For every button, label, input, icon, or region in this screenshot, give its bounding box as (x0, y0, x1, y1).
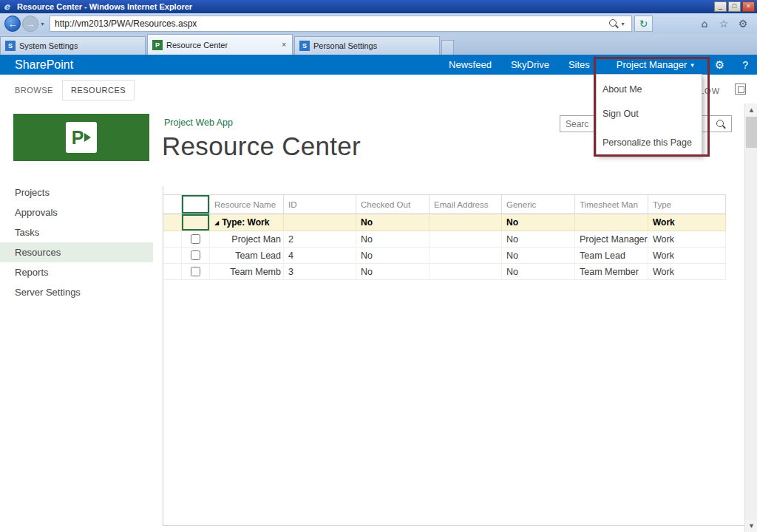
new-tab-button[interactable] (441, 40, 454, 55)
cell-checked-out: No (356, 248, 430, 264)
address-bar: ← → ▾ http://vm2013/PWA/Resources.aspx ▾… (0, 13, 757, 34)
tab-label: Resource Center (166, 41, 228, 50)
home-icon[interactable]: ⌂ (698, 18, 711, 30)
cell-resource-name[interactable]: Team Memb (210, 264, 284, 280)
sidebar-item-projects[interactable]: Projects (0, 183, 153, 202)
ribbon-tab-resources[interactable]: RESOURCES (62, 80, 135, 100)
sidebar-item-tasks[interactable]: Tasks (0, 222, 153, 242)
focus-on-content-icon[interactable] (735, 83, 746, 95)
window-title: Resource Center - Windows Internet Explo… (17, 2, 713, 11)
table-row[interactable]: Team Memb 3 No No Team Member Work (163, 264, 726, 280)
col-header-email[interactable]: Email Address (430, 195, 502, 214)
cell-email (430, 231, 502, 248)
cell-resource-name[interactable]: Project Man (210, 231, 284, 248)
sharepoint-site-icon: S (5, 41, 16, 51)
table-row[interactable]: Team Lead 4 No No Team Lead Work (163, 248, 726, 264)
vertical-scrollbar[interactable]: ▲ ▼ (744, 103, 757, 532)
project-logo-arrow-icon (84, 133, 91, 142)
chevron-down-icon: ▾ (690, 61, 694, 69)
user-dropdown-menu: About Me Sign Out Personalize this Page (596, 74, 702, 156)
search-dropdown-icon[interactable]: ▾ (619, 21, 627, 27)
menu-item-sign-out[interactable]: Sign Out (602, 109, 639, 119)
tab-label: System Settings (19, 41, 78, 50)
user-menu-label: Project Manager (617, 59, 687, 70)
col-header-id[interactable]: ID (284, 195, 356, 214)
tab-system-settings[interactable]: S System Settings (0, 36, 146, 55)
newsfeed-link[interactable]: Newsfeed (449, 59, 492, 70)
history-dropdown-icon[interactable]: ▾ (38, 21, 47, 27)
menu-item-about-me[interactable]: About Me (602, 84, 642, 95)
tools-gear-icon[interactable]: ⚙ (736, 18, 750, 30)
cell-timesheet-manager: Team Member (575, 264, 648, 280)
group-cell-id (284, 214, 356, 231)
group-select-cell[interactable] (182, 214, 210, 231)
cell-id: 2 (284, 231, 356, 248)
user-menu-button[interactable]: Project Manager ▾ (617, 59, 694, 70)
refresh-button[interactable]: ↻ (634, 16, 653, 32)
browser-window: e Resource Center - Windows Internet Exp… (0, 0, 757, 532)
maximize-button[interactable]: □ (728, 1, 741, 12)
sidebar-item-approvals[interactable]: Approvals (0, 202, 153, 222)
col-header-type[interactable]: Type (648, 195, 726, 214)
favorites-star-icon[interactable]: ☆ (717, 18, 730, 30)
row-header-cell[interactable] (163, 231, 182, 248)
back-button[interactable]: ← (4, 16, 21, 32)
pwa-logo[interactable]: P (13, 114, 149, 161)
scroll-down-icon[interactable]: ▼ (745, 519, 757, 532)
row-checkbox[interactable] (191, 250, 200, 260)
search-icon[interactable] (608, 18, 619, 29)
breadcrumb-app-name[interactable]: Project Web App (164, 117, 233, 128)
tab-resource-center[interactable]: P Resource Center × (147, 34, 293, 55)
project-site-icon: P (152, 40, 163, 50)
cell-resource-name[interactable]: Team Lead (210, 248, 284, 264)
tab-personal-settings[interactable]: S Personal Settings (294, 36, 440, 55)
select-all-cell[interactable] (182, 195, 210, 214)
col-header-checked-out[interactable]: Checked Out (356, 195, 430, 214)
cell-email (430, 248, 502, 264)
sharepoint-brand[interactable]: SharePoint (15, 58, 73, 72)
group-header-row[interactable]: ◢ Type: Work No No Work (163, 214, 726, 231)
cell-id: 4 (284, 248, 356, 264)
settings-gear-icon[interactable]: ⚙ (715, 58, 724, 72)
forward-button[interactable]: → (22, 16, 38, 32)
sidebar-item-resources[interactable]: Resources (0, 242, 153, 262)
row-header-corner[interactable] (163, 195, 182, 214)
resource-grid-pane: Resource Name ID Checked Out Email Addre… (163, 186, 744, 526)
url-input[interactable]: http://vm2013/PWA/Resources.aspx ▾ (50, 16, 632, 32)
group-cell-type: Work (648, 214, 726, 231)
quick-launch-nav: Projects Approvals Tasks Resources Repor… (0, 183, 153, 302)
sites-link[interactable]: Sites (568, 59, 590, 70)
scrollbar-thumb[interactable] (746, 117, 757, 148)
col-header-timesheet-manager[interactable]: Timesheet Man (575, 195, 648, 214)
sidebar-item-server-settings[interactable]: Server Settings (0, 282, 153, 302)
sidebar-item-reports[interactable]: Reports (0, 262, 153, 282)
page-title: Resource Center (162, 132, 361, 161)
help-icon[interactable]: ? (742, 59, 748, 71)
menu-item-personalize[interactable]: Personalize this Page (602, 137, 692, 148)
cell-checked-out: No (356, 264, 430, 280)
ribbon-tab-browse[interactable]: BROWSE (15, 86, 53, 95)
group-label-cell[interactable]: ◢ Type: Work (210, 214, 284, 231)
tab-close-icon[interactable]: × (280, 41, 288, 49)
row-header-cell[interactable] (163, 248, 182, 264)
row-header-cell[interactable] (163, 264, 182, 280)
follow-action-partial[interactable]: LOW (699, 86, 720, 95)
col-header-generic[interactable]: Generic (502, 195, 575, 214)
browser-toolbar-icons: ⌂ ☆ ⚙ (698, 18, 750, 30)
row-checkbox[interactable] (191, 234, 200, 244)
skydrive-link[interactable]: SkyDrive (511, 59, 549, 70)
table-row[interactable]: Project Man 2 No No Project Manager Work (163, 231, 726, 248)
row-header-cell (163, 214, 182, 231)
window-titlebar[interactable]: e Resource Center - Windows Internet Exp… (0, 0, 757, 13)
col-header-resource-name[interactable]: Resource Name (210, 195, 284, 214)
cell-email (430, 264, 502, 280)
close-button[interactable]: × (742, 1, 755, 12)
group-cell-checked-out: No (356, 214, 430, 231)
cell-timesheet-manager: Team Lead (575, 248, 648, 264)
scroll-up-icon[interactable]: ▲ (745, 103, 757, 116)
minimize-button[interactable]: _ (714, 1, 727, 12)
row-checkbox[interactable] (191, 267, 200, 276)
group-expand-icon[interactable]: ◢ (214, 219, 219, 226)
search-magnifier-icon[interactable] (716, 119, 726, 129)
cell-generic: No (502, 248, 575, 264)
